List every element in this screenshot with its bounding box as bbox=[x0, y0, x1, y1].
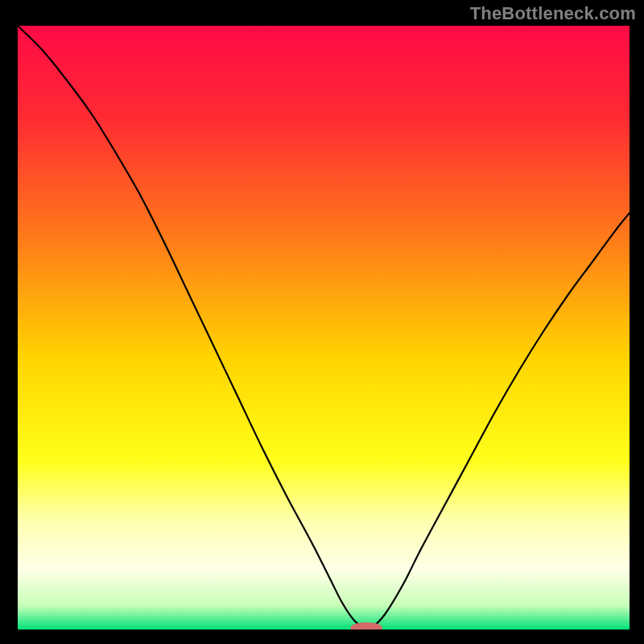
gradient-background bbox=[18, 26, 630, 630]
plot-area bbox=[18, 26, 630, 630]
chart-frame: TheBottleneck.com bbox=[0, 0, 644, 644]
watermark-text: TheBottleneck.com bbox=[470, 3, 636, 24]
plot-svg bbox=[18, 26, 630, 630]
